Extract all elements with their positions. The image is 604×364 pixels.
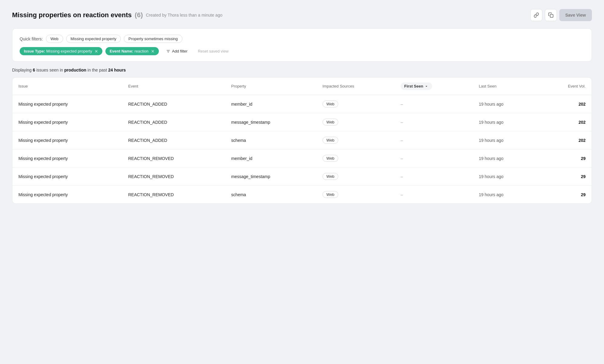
quick-filter-missing-expected[interactable]: Missing expected property [66, 35, 121, 43]
issues-table-card: Issue Event Property Impacted Sources Fi… [12, 77, 592, 204]
cell-event-vol-5: 29 [538, 186, 592, 204]
cell-first-seen-0: – [395, 95, 473, 113]
col-impacted-sources: Impacted Sources [316, 78, 395, 95]
cell-property-0: member_id [225, 95, 316, 113]
quick-filter-web[interactable]: Web [46, 35, 63, 43]
page-title: Missing properties on reaction events [12, 11, 132, 19]
cell-event-vol-3: 29 [538, 149, 592, 168]
cell-property-1: message_timestamp [225, 113, 316, 131]
cell-event-vol-4: 29 [538, 168, 592, 186]
col-property: Property [225, 78, 316, 95]
active-filter-event-name: Event Name: reaction ✕ [105, 47, 159, 55]
quick-filters-row: Quick filters: Web Missing expected prop… [20, 35, 584, 43]
filter-icon [166, 49, 170, 53]
remove-issue-type-filter[interactable]: ✕ [95, 49, 98, 53]
page-meta: Created by Thora less than a minute ago [146, 13, 222, 18]
cell-first-seen-5: – [395, 186, 473, 204]
table-row[interactable]: Missing expected property REACTION_REMOV… [12, 168, 592, 186]
cell-event-3: REACTION_REMOVED [122, 149, 225, 168]
cell-property-3: member_id [225, 149, 316, 168]
cell-first-seen-4: – [395, 168, 473, 186]
cell-event-4: REACTION_REMOVED [122, 168, 225, 186]
cell-last-seen-0: 19 hours ago [473, 95, 538, 113]
active-filter-issue-type-label: Issue Type: Missing expected property [24, 49, 92, 53]
reset-saved-view-button[interactable]: Reset saved view [195, 47, 232, 55]
cell-issue-5: Missing expected property [12, 186, 122, 204]
cell-property-4: message_timestamp [225, 168, 316, 186]
source-badge-5: Web [323, 191, 339, 198]
cell-event-vol-2: 202 [538, 131, 592, 149]
table-row[interactable]: Missing expected property REACTION_ADDED… [12, 95, 592, 113]
title-area: Missing properties on reaction events (6… [12, 11, 222, 19]
source-badge-2: Web [323, 137, 339, 144]
cell-event-vol-0: 202 [538, 95, 592, 113]
cell-first-seen-3: – [395, 149, 473, 168]
quick-filters-label: Quick filters: [20, 37, 43, 41]
cell-last-seen-1: 19 hours ago [473, 113, 538, 131]
first-seen-sort-button[interactable]: First Seen [401, 82, 432, 90]
cell-issue-3: Missing expected property [12, 149, 122, 168]
cell-event-2: REACTION_ADDED [122, 131, 225, 149]
col-event-vol: Event Vol. [538, 78, 592, 95]
table-row[interactable]: Missing expected property REACTION_REMOV… [12, 186, 592, 204]
save-view-button[interactable]: Save View [559, 9, 592, 21]
table-header-row: Issue Event Property Impacted Sources Fi… [12, 78, 592, 95]
cell-last-seen-4: 19 hours ago [473, 168, 538, 186]
header-actions: Save View [530, 9, 592, 21]
cell-issue-4: Missing expected property [12, 168, 122, 186]
quick-filter-sometimes-missing[interactable]: Property sometimes missing [124, 35, 182, 43]
svg-rect-0 [550, 14, 553, 18]
cell-impacted-sources-4: Web [316, 168, 395, 186]
cell-impacted-sources-0: Web [316, 95, 395, 113]
active-filter-issue-type: Issue Type: Missing expected property ✕ [20, 47, 102, 55]
cell-last-seen-5: 19 hours ago [473, 186, 538, 204]
source-badge-1: Web [323, 119, 339, 126]
page-header: Missing properties on reaction events (6… [12, 9, 592, 21]
active-filters-row: Issue Type: Missing expected property ✕ … [20, 47, 584, 55]
source-badge-3: Web [323, 155, 339, 162]
display-info: Displaying 6 issues seen in production i… [12, 68, 592, 72]
table-row[interactable]: Missing expected property REACTION_ADDED… [12, 113, 592, 131]
page-count: (6) [135, 11, 143, 19]
cell-issue-1: Missing expected property [12, 113, 122, 131]
cell-impacted-sources-5: Web [316, 186, 395, 204]
col-first-seen[interactable]: First Seen [395, 78, 473, 95]
cell-issue-0: Missing expected property [12, 95, 122, 113]
source-badge-4: Web [323, 173, 339, 180]
copy-button[interactable] [545, 9, 557, 21]
cell-first-seen-2: – [395, 131, 473, 149]
cell-property-2: schema [225, 131, 316, 149]
filter-card: Quick filters: Web Missing expected prop… [12, 28, 592, 62]
link-button[interactable] [530, 9, 542, 21]
cell-impacted-sources-1: Web [316, 113, 395, 131]
col-event: Event [122, 78, 225, 95]
table-body: Missing expected property REACTION_ADDED… [12, 95, 592, 204]
cell-last-seen-3: 19 hours ago [473, 149, 538, 168]
active-filter-event-name-label: Event Name: reaction [110, 49, 149, 53]
issues-table: Issue Event Property Impacted Sources Fi… [12, 78, 592, 203]
table-row[interactable]: Missing expected property REACTION_ADDED… [12, 131, 592, 149]
cell-impacted-sources-2: Web [316, 131, 395, 149]
remove-event-name-filter[interactable]: ✕ [151, 49, 155, 53]
cell-property-5: schema [225, 186, 316, 204]
cell-impacted-sources-3: Web [316, 149, 395, 168]
col-last-seen: Last Seen [473, 78, 538, 95]
cell-event-5: REACTION_REMOVED [122, 186, 225, 204]
add-filter-button[interactable]: Add filter [162, 47, 192, 55]
cell-event-vol-1: 202 [538, 113, 592, 131]
sort-desc-icon [424, 84, 429, 88]
cell-event-0: REACTION_ADDED [122, 95, 225, 113]
source-badge-0: Web [323, 101, 339, 107]
cell-event-1: REACTION_ADDED [122, 113, 225, 131]
cell-first-seen-1: – [395, 113, 473, 131]
cell-issue-2: Missing expected property [12, 131, 122, 149]
col-issue: Issue [12, 78, 122, 95]
cell-last-seen-2: 19 hours ago [473, 131, 538, 149]
table-row[interactable]: Missing expected property REACTION_REMOV… [12, 149, 592, 168]
